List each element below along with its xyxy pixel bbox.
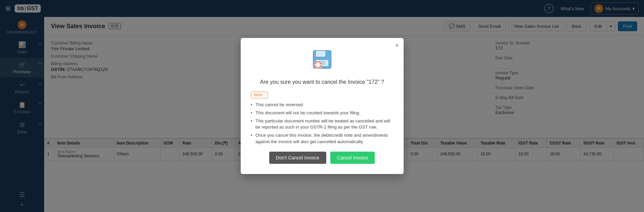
cancel-invoice-button[interactable]: Cancel Invoice [330, 152, 375, 164]
modal-overlay: × Are you sure you wa [0, 0, 644, 212]
modal-close-button[interactable]: × [395, 42, 399, 49]
dont-cancel-button[interactable]: Don't Cancel Invoice [269, 152, 326, 164]
note-item-2: This document will not be counted toward… [251, 110, 393, 116]
modal-title: Are you sure you want to cancel the Invo… [251, 78, 393, 86]
modal-note-badge: Note : [251, 92, 268, 98]
note-item-3: This particular document number will be … [251, 118, 393, 130]
note-item-4: Once you cancel this invoice, the debit/… [251, 132, 393, 144]
cancel-save-icon [310, 48, 334, 72]
modal-icon-area [251, 48, 393, 73]
modal-notes-list: This cannot be reversed. This document w… [251, 102, 393, 145]
modal-actions: Don't Cancel Invoice Cancel Invoice [251, 152, 393, 164]
cancel-invoice-modal: × Are you sure you wa [241, 38, 404, 174]
note-item-1: This cannot be reversed. [251, 102, 393, 108]
svg-rect-1 [315, 51, 326, 57]
